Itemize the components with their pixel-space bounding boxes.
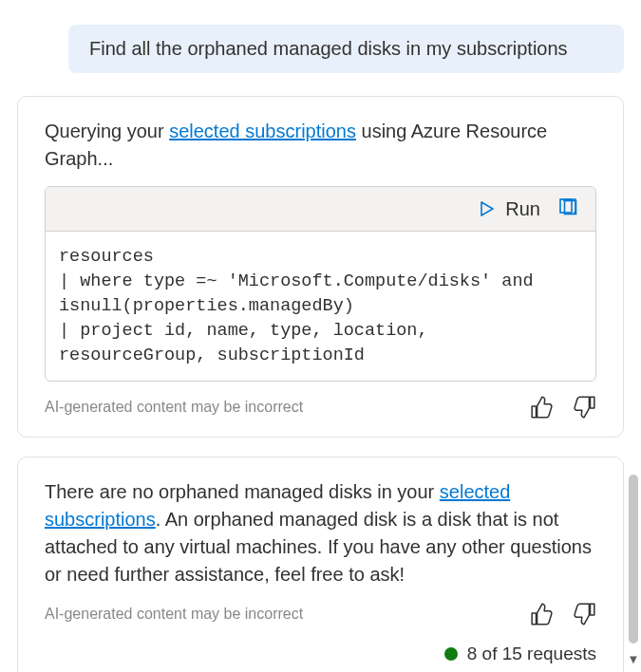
thumbs-up-icon xyxy=(530,395,555,420)
code-content[interactable]: resources | where type =~ 'Microsoft.Com… xyxy=(46,232,595,381)
chat-area: Find all the orphaned managed disks in m… xyxy=(0,0,641,672)
run-button[interactable]: Run xyxy=(477,198,540,220)
card-footer-2: AI-generated content may be incorrect xyxy=(45,602,596,626)
text-prefix: Querying your xyxy=(45,121,169,141)
request-count: 8 of 15 requests xyxy=(45,626,596,664)
play-icon xyxy=(477,199,496,218)
run-label: Run xyxy=(505,198,540,220)
thumbs-down-icon xyxy=(572,395,596,420)
assistant-message-2: There are no orphaned managed disks in y… xyxy=(45,478,596,588)
user-message-bubble: Find all the orphaned managed disks in m… xyxy=(68,25,624,73)
code-toolbar: Run xyxy=(46,187,595,232)
thumbs-up-button[interactable] xyxy=(530,395,555,420)
status-dot-icon xyxy=(444,647,458,661)
ai-disclaimer: AI-generated content may be incorrect xyxy=(45,399,303,416)
user-message-text: Find all the orphaned managed disks in m… xyxy=(89,38,568,59)
thumbs-up-button-2[interactable] xyxy=(530,602,555,626)
ai-disclaimer-2: AI-generated content may be incorrect xyxy=(45,606,303,623)
request-count-text: 8 of 15 requests xyxy=(467,644,596,664)
assistant-card-result: There are no orphaned managed disks in y… xyxy=(17,457,624,672)
card-footer: AI-generated content may be incorrect xyxy=(45,395,596,420)
copy-button[interactable] xyxy=(557,196,578,221)
thumbs-down-button[interactable] xyxy=(572,395,596,420)
feedback-buttons xyxy=(530,395,596,420)
assistant-card-query: Querying your selected subscriptions usi… xyxy=(17,96,624,438)
copy-icon xyxy=(557,196,578,221)
scroll-down-arrow-icon[interactable]: ▼ xyxy=(626,652,641,666)
thumbs-down-button-2[interactable] xyxy=(572,602,596,626)
thumbs-down-icon xyxy=(572,602,596,626)
assistant-message-1: Querying your selected subscriptions usi… xyxy=(45,118,596,173)
feedback-buttons-2 xyxy=(530,602,596,626)
selected-subscriptions-link[interactable]: selected subscriptions xyxy=(169,121,356,141)
code-block: Run resources | where type =~ 'Microsoft… xyxy=(45,186,596,382)
scrollbar-thumb[interactable] xyxy=(629,475,638,644)
text-prefix-2: There are no orphaned managed disks in y… xyxy=(45,481,440,502)
thumbs-up-icon xyxy=(530,602,555,626)
